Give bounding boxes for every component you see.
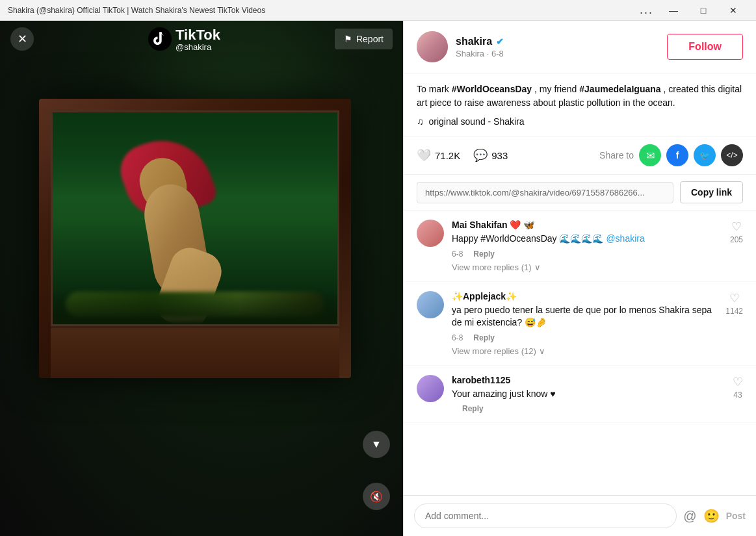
comment-username: Mai Shakifan ❤️ 🦋: [452, 220, 722, 230]
comment-username: karobeth1125: [452, 375, 725, 385]
comment-icon: 💬: [473, 148, 488, 162]
comment-avatar: [417, 375, 444, 402]
caption-text: To mark #WorldOceansDay , my friend #Jau…: [417, 83, 743, 110]
verified-badge: ✔: [496, 36, 504, 47]
window-title: Shakira (@shakira) Official TikTok | Wat…: [8, 6, 640, 15]
comment-actions: @ 🙂: [683, 508, 719, 524]
tank-outer: [39, 99, 351, 378]
tiktok-username: @shakira: [176, 42, 220, 52]
emoji-icon[interactable]: 🙂: [703, 508, 720, 524]
profile-name: shakira ✔: [456, 36, 659, 47]
share-facebook-button[interactable]: f: [666, 144, 688, 166]
comments-stat[interactable]: 💬 933: [473, 148, 508, 162]
like-icon[interactable]: ♡: [729, 291, 740, 305]
twitter-icon: 🐦: [699, 151, 710, 160]
sound-row: ♫ original sound - Shakira: [417, 116, 743, 127]
profile-section: shakira ✔ Shakira · 6-8 Follow: [404, 21, 756, 73]
comment-item: karobeth1125 Your amazing just know ♥ Re…: [404, 366, 756, 424]
hashtag-jaume[interactable]: #JaumedelaIguana: [579, 84, 660, 94]
comment-meta: 6-8 Reply: [452, 333, 718, 342]
report-label: Report: [356, 34, 384, 44]
comment-text: ya pero puedo tener la suerte de que por…: [452, 304, 718, 329]
video-header: ✕ TikTok @shakira ⚑ Report: [0, 21, 403, 57]
like-count: 1142: [725, 307, 743, 316]
window-close-button[interactable]: ✕: [718, 0, 748, 21]
mention-link[interactable]: @shakira: [606, 233, 644, 244]
volume-icon: 🔇: [370, 491, 383, 503]
comment-username: ✨Applejack✨: [452, 291, 718, 301]
video-artwork: [0, 21, 403, 536]
at-icon[interactable]: @: [683, 509, 696, 524]
caption-section: To mark #WorldOceansDay , my friend #Jau…: [404, 73, 756, 136]
like-icon[interactable]: ♡: [731, 220, 742, 234]
comment-meta: 6-8 Reply: [452, 249, 722, 259]
link-row: Copy link: [404, 175, 756, 211]
scroll-button[interactable]: ▼: [363, 431, 390, 458]
comment-reply-button[interactable]: Reply: [473, 333, 495, 342]
likes-count: 71.2K: [435, 150, 460, 161]
comment-reply-button[interactable]: Reply: [462, 404, 484, 413]
comment-content: ✨Applejack✨ ya pero puedo tener la suert…: [452, 291, 718, 356]
follow-button[interactable]: Follow: [667, 34, 743, 60]
comment-content: karobeth1125 Your amazing just know ♥ Re…: [452, 375, 725, 414]
view-more-text: View more replies (12): [452, 346, 536, 356]
like-count: 43: [733, 390, 742, 400]
chevron-down-icon: ∨: [539, 346, 545, 356]
main-container: ✕ TikTok @shakira ⚑ Report ▼ 🔇: [0, 21, 756, 536]
username-text: shakira: [456, 36, 492, 47]
comment-reply-button[interactable]: Reply: [473, 249, 495, 259]
comment-like: ♡ 205: [730, 220, 743, 272]
share-whatsapp-button[interactable]: ✉: [639, 144, 661, 166]
tank-bottom: [53, 292, 337, 324]
close-icon: ✕: [18, 32, 27, 46]
maximize-button[interactable]: □: [688, 0, 718, 21]
profile-subtitle: Shakira · 6-8: [456, 49, 659, 58]
heart-icon: 🤍: [417, 148, 431, 162]
chevron-down-icon: ▼: [371, 439, 382, 450]
avatar-image: [417, 31, 448, 62]
comment-input-row: @ 🙂 Post: [404, 495, 756, 536]
view-more-replies[interactable]: View more replies (12) ∨: [452, 346, 718, 356]
comment-text: Your amazing just know ♥: [452, 388, 725, 401]
comment-input[interactable]: [414, 504, 677, 528]
share-to-label: Share to: [599, 150, 634, 160]
post-button[interactable]: Post: [726, 511, 746, 521]
video-panel: ✕ TikTok @shakira ⚑ Report ▼ 🔇: [0, 21, 403, 536]
tiktok-logo: TikTok @shakira: [148, 27, 220, 52]
report-button[interactable]: ⚑ Report: [335, 29, 393, 49]
volume-button[interactable]: 🔇: [363, 483, 390, 510]
sound-text[interactable]: original sound - Shakira: [429, 116, 525, 127]
whatsapp-icon: ✉: [646, 149, 655, 162]
copy-link-button[interactable]: Copy link: [680, 181, 743, 203]
titlebar: Shakira (@shakira) Official TikTok | Wat…: [0, 0, 756, 21]
minimize-button[interactable]: —: [658, 0, 688, 21]
caption-text-mid1: , my friend: [532, 84, 579, 94]
view-more-text: View more replies (1): [452, 262, 532, 272]
comment-like: ♡ 43: [733, 375, 743, 414]
video-link-input[interactable]: [417, 182, 673, 203]
likes-stat[interactable]: 🤍 71.2K: [417, 148, 460, 162]
comments-count: 933: [491, 150, 508, 161]
menu-dots[interactable]: ...: [640, 3, 653, 17]
comment-date: 6-8: [452, 249, 463, 259]
hashtag-worldoceansday[interactable]: #WorldOceansDay: [452, 84, 532, 94]
avatar: [417, 31, 448, 62]
share-twitter-button[interactable]: 🐦: [694, 144, 716, 166]
embed-icon: </>: [726, 151, 737, 160]
flag-icon: ⚑: [344, 34, 352, 44]
comment-avatar: [417, 291, 444, 318]
view-more-replies[interactable]: View more replies (1) ∨: [452, 262, 722, 272]
comment-like: ♡ 1142: [725, 291, 743, 356]
comment-content: Mai Shakifan ❤️ 🦋 Happy #WorldOceansDay …: [452, 220, 722, 272]
profile-info: shakira ✔ Shakira · 6-8: [456, 36, 659, 58]
video-close-button[interactable]: ✕: [10, 27, 34, 51]
chevron-down-icon: ∨: [534, 262, 541, 272]
right-panel: shakira ✔ Shakira · 6-8 Follow To mark #…: [403, 21, 756, 536]
share-to: Share to ✉ f 🐦 </>: [599, 144, 743, 166]
caption-text-before: To mark: [417, 84, 452, 94]
music-note-icon: ♫: [417, 116, 424, 127]
facebook-icon: f: [676, 150, 679, 160]
share-embed-button[interactable]: </>: [721, 144, 743, 166]
like-icon[interactable]: ♡: [733, 375, 743, 389]
comment-avatar: [417, 220, 444, 247]
